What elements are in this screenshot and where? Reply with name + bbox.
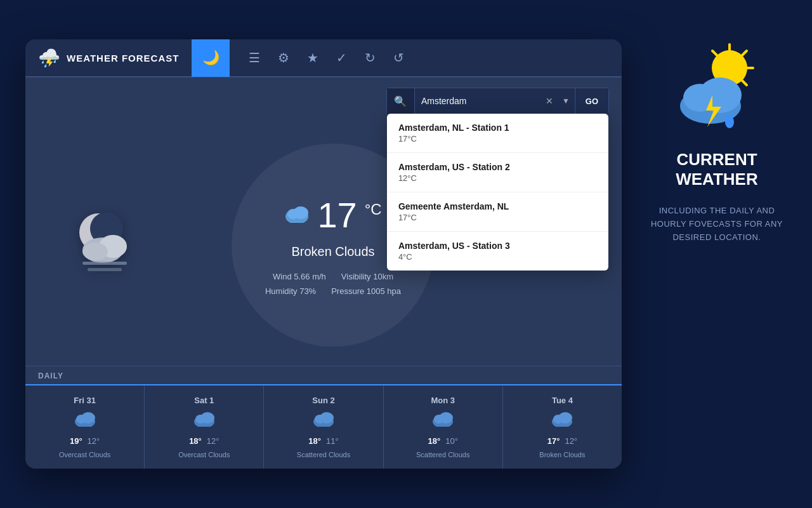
- svg-point-24: [553, 415, 563, 424]
- header-icons: ☰ ⚙ ★ ✓ ↻ ↺: [230, 50, 423, 65]
- dropdown-city-2: Gemeente Amsterdam, NL: [398, 201, 597, 211]
- dropdown-temp-2: 17°C: [398, 213, 597, 222]
- forecast-icon-3: [431, 410, 454, 431]
- temp-cloud-icon: [284, 202, 310, 229]
- check-icon[interactable]: ✓: [336, 50, 347, 65]
- wind-value: Wind 5.66 m/h: [273, 272, 326, 281]
- right-panel: CURRENT WEATHER INCLUDING THE DAILY AND …: [647, 39, 787, 244]
- svg-line-30: [712, 51, 717, 55]
- svg-point-35: [725, 116, 734, 128]
- header: ⛈️ WEATHER FORECAST 🌙 ☰ ⚙ ★ ✓ ↻ ↺: [25, 39, 622, 77]
- forecast-day-2: Sun 2 18° 11° Scattered Clouds: [264, 385, 383, 469]
- forecast-strip: Fri 31 19° 12° Overcast Clouds Sat 1: [25, 384, 622, 469]
- right-panel-title: CURRENT WEATHER: [676, 150, 758, 189]
- search-input[interactable]: [415, 88, 542, 114]
- daily-label: DAILY: [25, 366, 622, 384]
- forecast-high-0: 19°: [70, 436, 82, 446]
- visibility-value: Visibility 10km: [341, 272, 393, 281]
- forecast-temps-2: 18° 11°: [308, 436, 338, 446]
- app-icon-large: [669, 39, 764, 135]
- forecast-day-4: Tue 4 17° 12° Broken Clouds: [503, 385, 622, 469]
- humidity-value: Humidity 73%: [265, 286, 316, 296]
- forecast-temps-4: 17° 12°: [547, 436, 577, 446]
- main-container: ⛈️ WEATHER FORECAST 🌙 ☰ ⚙ ★ ✓ ↻ ↺ 🔍: [25, 39, 787, 469]
- forecast-condition-4: Broken Clouds: [539, 451, 585, 458]
- svg-rect-6: [88, 268, 122, 271]
- forecast-day-3: Mon 3 18° 10° Scattered Clouds: [384, 385, 503, 469]
- forecast-temps-0: 19° 12°: [70, 436, 100, 446]
- settings-icon[interactable]: ⚙: [278, 50, 289, 65]
- dropdown-temp-3: 4°C: [398, 252, 597, 262]
- forecast-low-2: 11°: [326, 436, 339, 446]
- forecast-temps-3: 18° 10°: [428, 436, 458, 446]
- forecast-condition-2: Scattered Clouds: [297, 451, 350, 458]
- svg-rect-5: [82, 262, 127, 265]
- forecast-dayname-3: Mon 3: [431, 396, 455, 405]
- dropdown-temp-0: 17°C: [398, 134, 597, 144]
- dropdown-city-0: Amsterdam, NL - Station 1: [398, 123, 597, 133]
- dropdown-temp-1: 12°C: [398, 173, 597, 183]
- forecast-icon-2: [312, 410, 335, 431]
- forecast-icon-0: [74, 410, 96, 431]
- dropdown-item-2[interactable]: Gemeente Amsterdam, NL 17°C: [387, 192, 608, 232]
- search-clear-button[interactable]: ✕: [542, 96, 557, 106]
- svg-point-9: [287, 209, 299, 219]
- detail-row-1: Wind 5.66 m/h Visibility 10km: [273, 272, 393, 281]
- forecast-day-0: Fri 31 19° 12° Overcast Clouds: [25, 385, 145, 469]
- condition-text: Broken Clouds: [291, 244, 374, 259]
- forecast-low-0: 12°: [88, 436, 100, 446]
- app-title: WEATHER FORECAST: [67, 53, 179, 64]
- search-bar: 🔍 ✕ ▼ GO Amsterdam, NL - Station 1 17°C …: [386, 88, 609, 114]
- search-dropdown: Amsterdam, NL - Station 1 17°C Amsterdam…: [387, 114, 608, 271]
- logo-icon: ⛈️: [38, 48, 60, 69]
- search-area: 🔍 ✕ ▼ GO Amsterdam, NL - Station 1 17°C …: [25, 77, 622, 124]
- pressure-value: Pressure 1005 hpa: [331, 286, 401, 296]
- dropdown-item-0[interactable]: Amsterdam, NL - Station 1 17°C: [387, 114, 608, 153]
- temperature-row: 17 °C: [284, 194, 381, 236]
- forecast-condition-0: Overcast Clouds: [59, 451, 110, 458]
- search-dropdown-icon[interactable]: ▼: [557, 97, 575, 105]
- forecast-dayname-1: Sat 1: [194, 396, 214, 405]
- forecast-low-3: 10°: [445, 436, 458, 446]
- current-weather-icon: [63, 199, 146, 291]
- svg-line-27: [742, 51, 747, 55]
- forecast-low-4: 12°: [565, 436, 577, 446]
- forecast-condition-3: Scattered Clouds: [416, 451, 469, 458]
- svg-point-12: [76, 415, 86, 424]
- forecast-icon-1: [193, 410, 216, 431]
- svg-point-15: [195, 415, 206, 424]
- svg-point-21: [434, 415, 444, 424]
- favorites-icon[interactable]: ★: [307, 50, 318, 65]
- dropdown-city-1: Amsterdam, US - Station 2: [398, 162, 597, 172]
- app-window: ⛈️ WEATHER FORECAST 🌙 ☰ ⚙ ★ ✓ ↻ ↺ 🔍: [25, 39, 622, 469]
- forecast-day-1: Sat 1 18° 12° Overcast Clouds: [145, 385, 264, 469]
- logo-area: ⛈️ WEATHER FORECAST: [25, 48, 192, 69]
- svg-line-29: [742, 81, 747, 85]
- forecast-high-3: 18°: [428, 436, 441, 446]
- temperature-unit: °C: [365, 201, 382, 218]
- forecast-icon-4: [551, 410, 573, 431]
- moon-icon: 🌙: [202, 50, 219, 66]
- right-panel-subtitle: INCLUDING THE DAILY AND HOURLY FOVECASTS…: [647, 204, 787, 244]
- dropdown-city-3: Amsterdam, US - Station 3: [398, 241, 597, 251]
- forecast-dayname-0: Fri 31: [74, 396, 96, 405]
- forecast-temps-1: 18° 12°: [189, 436, 219, 446]
- temperature-value: 17: [317, 194, 357, 236]
- forecast-high-1: 18°: [189, 436, 202, 446]
- forecast-dayname-4: Tue 4: [552, 396, 573, 405]
- forecast-condition-1: Overcast Clouds: [178, 451, 230, 458]
- refresh-icon[interactable]: ↻: [365, 50, 376, 65]
- moon-button[interactable]: 🌙: [192, 39, 230, 77]
- search-icon: 🔍: [394, 95, 407, 107]
- detail-row-2: Humidity 73% Pressure 1005 hpa: [265, 286, 401, 296]
- svg-point-18: [315, 415, 325, 424]
- search-icon-box: 🔍: [387, 88, 415, 114]
- undo-icon[interactable]: ↺: [393, 50, 404, 65]
- forecast-high-4: 17°: [547, 436, 560, 446]
- menu-icon[interactable]: ☰: [249, 50, 260, 65]
- forecast-high-2: 18°: [308, 436, 321, 446]
- search-go-button[interactable]: GO: [575, 88, 608, 114]
- dropdown-item-1[interactable]: Amsterdam, US - Station 2 12°C: [387, 153, 608, 192]
- svg-point-4: [82, 243, 108, 260]
- dropdown-item-3[interactable]: Amsterdam, US - Station 3 4°C: [387, 232, 608, 271]
